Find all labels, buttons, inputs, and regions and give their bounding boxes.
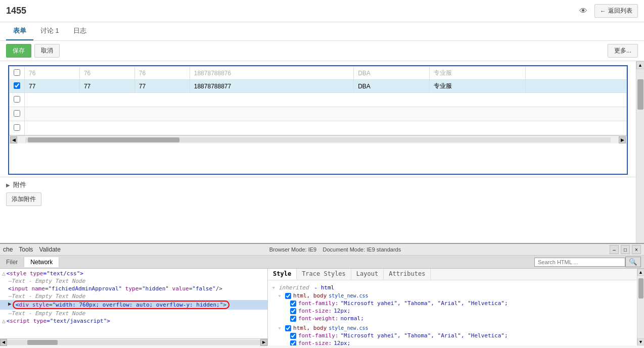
back-arrow-icon: ← (600, 8, 606, 15)
html-line[interactable]: △ <style type="text/css"> (0, 270, 267, 277)
devtools-tab-network[interactable]: Network (24, 257, 59, 267)
hscroll-thumb[interactable] (28, 137, 179, 142)
devtools-restore-button[interactable]: □ (621, 245, 630, 254)
cell-col3: 77 (134, 80, 190, 93)
attach-toggle-icon[interactable]: ▶ (6, 182, 10, 188)
css-rule-block-2: ▿ html, body style_new.css font-family: … (272, 324, 633, 345)
scroll-up-arrow[interactable]: ▲ (636, 61, 645, 69)
css-prop-checkbox[interactable] (290, 333, 296, 339)
css-prop-checkbox[interactable] (290, 340, 296, 346)
tab-form[interactable]: 表单 (6, 22, 33, 40)
html-line: –Text - Empty Text Node (0, 310, 267, 317)
devtools-panel: che Tools Validate Browser Mode: IE9 Doc… (0, 243, 644, 348)
cell-col1: 77 (25, 80, 80, 93)
css-tab-layout[interactable]: Layout (351, 269, 384, 280)
css-prop-row: font-family: "Microsoft yahei", "Tahoma"… (290, 332, 633, 339)
devtools-menu-cache[interactable]: che (3, 246, 13, 253)
css-rule-checkbox[interactable] (285, 293, 291, 299)
tab-discussion[interactable]: 讨论 1 (33, 22, 66, 40)
css-rule-block: ▿ html, body style_new.css font-family: … (272, 292, 633, 322)
devtools-tabs-row: Filer Network 🔍 (0, 256, 644, 269)
cell-col1: 76 (25, 67, 80, 80)
css-properties-2: font-family: "Microsoft yahei", "Tahoma"… (278, 332, 633, 345)
selected-line-indicator: ▶ (8, 301, 12, 307)
html-line-selected[interactable]: ▶ <div style="width: 760px; overflow: au… (0, 300, 267, 310)
css-scroll-thumb[interactable] (638, 278, 643, 299)
devtools-toolbar: che Tools Validate Browser Mode: IE9 Doc… (0, 244, 644, 256)
scroll-track (637, 69, 644, 270)
css-tab-attributes[interactable]: Attributes (384, 269, 431, 280)
top-bar: 1455 👁 ← 返回列表 (0, 0, 644, 22)
html-line: –Text - Empty Text Node (0, 292, 267, 300)
css-vscrollbar: ▲ ▼ (637, 269, 644, 345)
hscroll-left-arrow[interactable]: ◀ (10, 136, 17, 143)
table-row (10, 93, 627, 107)
row-checkbox[interactable] (14, 96, 20, 103)
devtools-close-button[interactable]: × (632, 245, 641, 254)
css-prop-row: font-size: 12px; (290, 339, 633, 345)
css-prop-checkbox[interactable] (290, 316, 296, 322)
css-selector-row-2: ▿ html, body style_new.css (278, 324, 633, 332)
devtools-toolbar-right: – □ × (610, 245, 641, 254)
cell-col4: 18878788876 (190, 67, 353, 80)
toggle-icon[interactable]: △ (2, 318, 6, 324)
hs-track (7, 340, 260, 345)
html-panel: △ <style type="text/css"> –Text - Empty … (0, 269, 268, 338)
tab-log[interactable]: 日志 (66, 22, 94, 40)
css-panel-tabs: Style Trace Styles Layout Attributes (268, 269, 637, 280)
row-checkbox[interactable] (14, 69, 20, 76)
toggle-icon[interactable]: △ (2, 270, 6, 277)
css-prop-checkbox[interactable] (290, 301, 296, 307)
inherited-header: ▿ inherited - html (272, 283, 633, 292)
cell-col6: 专业服 (429, 67, 525, 80)
css-tab-trace[interactable]: Trace Styles (297, 269, 351, 280)
hs-thumb[interactable] (27, 340, 58, 345)
data-table-wrapper: 76 76 76 18878788876 DBA 专业服 77 77 77 18… (8, 65, 628, 175)
row-checkbox[interactable] (14, 110, 20, 117)
html-search-button[interactable]: 🔍 (625, 257, 641, 267)
preview-button[interactable]: 👁 (577, 5, 589, 17)
css-source-link-2[interactable]: style_new.css (329, 325, 368, 331)
html-line: <input name="fichiedAdminApproval" type=… (0, 285, 267, 292)
html-line[interactable]: △ <script type="text/javascript"> (0, 317, 267, 325)
devtools-body: △ <style type="text/css"> –Text - Empty … (0, 269, 644, 345)
attachment-header: ▶ 附件 (6, 180, 630, 189)
cell-col5: DBA (354, 80, 430, 93)
attachment-section: ▶ 附件 添加附件 (0, 177, 636, 209)
table-extra-space (9, 143, 627, 174)
html-panel-container: △ <style type="text/css"> –Text - Empty … (0, 269, 268, 345)
hscroll-right[interactable]: ▶ (260, 339, 267, 346)
css-source-link[interactable]: style_new.css (329, 293, 368, 299)
scroll-thumb[interactable] (637, 79, 643, 110)
css-selector-row: ▿ html, body style_new.css (278, 292, 633, 300)
devtools-tab-filer[interactable]: Filer (0, 257, 24, 267)
devtools-toolbar-left: che Tools Validate (3, 246, 61, 253)
devtools-minimize-button[interactable]: – (610, 245, 619, 254)
back-button[interactable]: ← 返回列表 (594, 4, 638, 18)
hscroll-left[interactable]: ◀ (0, 339, 7, 346)
devtools-menu-tools[interactable]: Tools (19, 246, 33, 253)
row-checkbox[interactable] (14, 124, 20, 131)
row-checkbox[interactable] (14, 82, 20, 89)
css-tab-style[interactable]: Style (268, 269, 297, 280)
css-rule-checkbox-2[interactable] (285, 325, 291, 331)
action-buttons-left: 保存 取消 (6, 44, 60, 58)
more-button[interactable]: 更多... (608, 44, 638, 58)
css-scroll-up[interactable]: ▲ (637, 269, 645, 276)
cancel-button[interactable]: 取消 (34, 44, 60, 58)
save-button[interactable]: 保存 (6, 44, 31, 58)
css-scroll-down[interactable]: ▼ (637, 338, 645, 345)
table-row (10, 121, 627, 135)
devtools-tabs: Filer Network (0, 257, 59, 267)
hscroll-right-arrow[interactable]: ▶ (619, 136, 626, 143)
action-bar: 保存 取消 更多... (0, 41, 644, 61)
css-properties: font-family: "Microsoft yahei", "Tahoma"… (278, 300, 633, 322)
devtools-menu-validate[interactable]: Validate (39, 246, 60, 253)
html-search-input[interactable] (534, 258, 625, 267)
table-container: 76 76 76 18878788876 DBA 专业服 77 77 77 18… (0, 61, 636, 175)
add-attachment-button[interactable]: 添加附件 (6, 192, 41, 206)
css-panel: Style Trace Styles Layout Attributes ▿ i… (268, 269, 637, 345)
css-prop-checkbox[interactable] (290, 308, 296, 314)
attachment-label: 附件 (13, 180, 26, 189)
cell-col4: 18878788877 (190, 80, 353, 93)
